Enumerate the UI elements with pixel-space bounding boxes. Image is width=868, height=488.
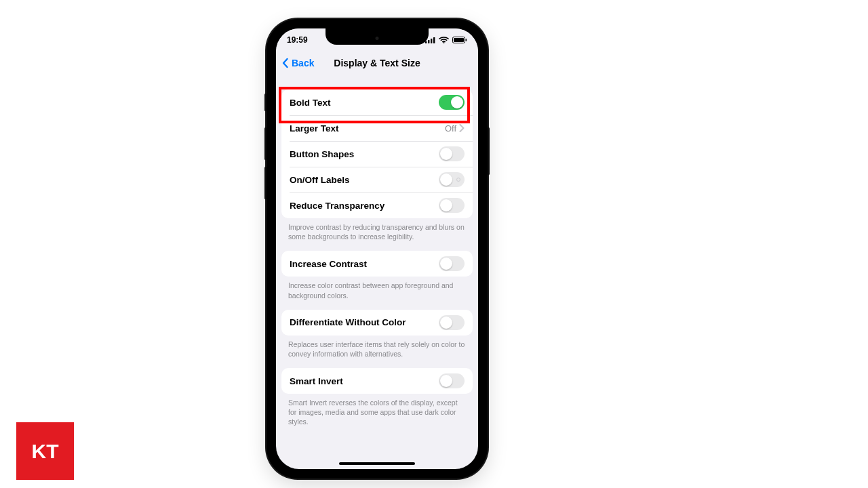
back-label: Back [292, 58, 314, 68]
row-label: Larger Text [290, 123, 339, 134]
settings-group-3: Differentiate Without Color [281, 310, 473, 336]
svg-rect-7 [466, 39, 467, 41]
row-reduce-transparency[interactable]: Reduce Transparency [281, 192, 473, 218]
row-value: Off [445, 123, 456, 134]
row-larger-text[interactable]: Larger Text Off [281, 115, 473, 141]
group-footer-4: Smart Invert reverses the colors of the … [276, 394, 478, 428]
row-smart-invert[interactable]: Smart Invert [281, 368, 473, 394]
row-label: Button Shapes [290, 149, 354, 159]
row-onoff-labels[interactable]: On/Off Labels [281, 167, 473, 192]
toggle-button-shapes[interactable] [439, 146, 465, 161]
svg-rect-2 [431, 39, 432, 43]
nav-bar: Back Display & Text Size [276, 52, 478, 75]
row-increase-contrast[interactable]: Increase Contrast [281, 251, 473, 277]
svg-rect-6 [454, 38, 464, 42]
settings-content[interactable]: Bold Text Larger Text Off Button Shapes [276, 75, 478, 469]
svg-point-4 [443, 42, 445, 43]
toggle-smart-invert[interactable] [439, 373, 465, 388]
notch [326, 28, 429, 45]
row-bold-text[interactable]: Bold Text [281, 89, 473, 115]
toggle-onoff-labels[interactable] [439, 172, 465, 187]
svg-rect-0 [425, 41, 427, 43]
back-button[interactable]: Back [276, 58, 314, 68]
toggle-differentiate-without-color[interactable] [439, 315, 465, 330]
chevron-left-icon [280, 58, 291, 68]
row-label: On/Off Labels [290, 175, 350, 185]
status-time: 19:59 [287, 35, 308, 45]
watermark-text: KT [32, 440, 59, 463]
svg-rect-1 [428, 40, 429, 43]
phone-screen: 19:59 Back Disp [276, 28, 478, 469]
chevron-right-icon [459, 124, 465, 132]
home-indicator[interactable] [339, 462, 415, 465]
row-differentiate-without-color[interactable]: Differentiate Without Color [281, 310, 473, 336]
toggle-bold-text[interactable] [439, 95, 465, 110]
row-label: Bold Text [290, 98, 331, 108]
svg-rect-3 [433, 37, 435, 43]
side-button [488, 127, 490, 175]
volume-up-button [264, 127, 267, 160]
mute-switch [264, 94, 267, 111]
toggle-increase-contrast[interactable] [439, 256, 465, 271]
group-footer-1: Improve contrast by reducing transparenc… [276, 218, 478, 243]
row-label: Reduce Transparency [290, 201, 384, 211]
group-footer-2: Increase color contrast between app fore… [276, 277, 478, 301]
volume-down-button [264, 167, 267, 199]
settings-group-1: Bold Text Larger Text Off Button Shapes [281, 89, 473, 218]
watermark-badge: KT [16, 422, 74, 480]
phone-frame: 19:59 Back Disp [267, 19, 488, 479]
settings-group-4: Smart Invert [281, 368, 473, 394]
group-footer-3: Replaces user interface items that rely … [276, 336, 478, 360]
battery-icon [452, 37, 467, 43]
settings-group-2: Increase Contrast [281, 251, 473, 277]
toggle-reduce-transparency[interactable] [439, 198, 465, 213]
row-label: Smart Invert [290, 376, 343, 386]
row-label: Increase Contrast [290, 259, 367, 269]
row-label: Differentiate Without Color [290, 317, 406, 327]
row-button-shapes[interactable]: Button Shapes [281, 141, 473, 167]
wifi-icon [439, 37, 449, 43]
